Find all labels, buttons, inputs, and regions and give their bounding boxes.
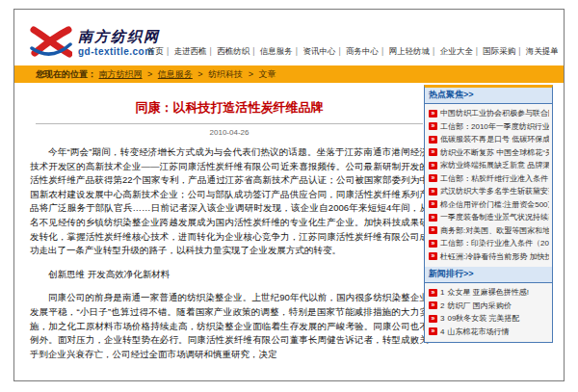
nav-separator: | [476,46,478,56]
hot-focus-item-text: 纺织业不断复苏 中国全球棉花“买主... [440,147,549,158]
news-rank-list: »1众女星 亚麻裸色拼性感! »2纺织厂 国内采购价 »309秋冬女装 完美搭配… [425,283,552,342]
nav-separator: | [518,46,520,56]
hot-focus-item[interactable]: »工信部：2010年一季度纺织行业运... [429,120,549,134]
hot-focus-item-text: 家纺业终端拓展缺乏新意 品牌渠道加... [440,160,549,170]
double-arrow-icon: » [429,162,437,170]
breadcrumb-separator: > [249,69,253,79]
double-arrow-icon: » [429,110,437,118]
sidebar: 热点聚焦>> »中国纺织工业协会积极参与联合国全球... »工信部：2010年一… [424,85,553,343]
hot-focus-item[interactable]: »杜钰洲:冷静看待当前形势 加快技术... [429,250,549,264]
news-rank-item[interactable]: »2纺织厂 国内采购价 [429,300,549,313]
hot-focus-header[interactable]: 热点聚焦>> [425,88,552,104]
top-navigation: 首页| 走进西樵| 西樵纺织| 信息服务| 资讯中心| 商务中心| 网上轻纺城|… [147,46,558,58]
hot-focus-item-text: 武汉纺织大学多名学生斩获黛安芬国际... [440,186,549,196]
article-title: 同康：以科技打造活性炭纤维品牌 [30,99,429,117]
article-subheading: 创新思维 开发高效净化新材料 [30,268,429,282]
article-paragraph-2: 同康公司的前身是南通一家普通的纺织染整企业。上世纪90年代以前，国内很多纺织染整… [30,291,429,361]
nav-item-intl-purchase[interactable]: 国际采购 [483,46,515,56]
hot-focus-item[interactable]: »商务部:对美国、欧盟等国家和地区的... [429,224,549,238]
double-arrow-icon: » [429,214,437,222]
double-arrow-icon: » [429,315,437,323]
breadcrumb-separator: > [147,69,152,79]
logo-swoosh-icon [30,25,72,60]
nav-separator: | [433,46,434,56]
article: 同康：以科技打造活性炭纤维品牌 2010-04-26 今年“两会”期间，转变经济… [30,91,429,371]
double-arrow-icon: » [429,252,437,260]
rank-number: 2 [440,301,444,310]
hot-focus-item-text: 商务部:对美国、欧盟等国家和地区的... [440,225,549,236]
nav-separator: | [252,46,254,56]
nav-item-business-center[interactable]: 商务中心 [346,46,379,56]
news-rank-header[interactable]: 新闻排行>> [425,267,552,283]
hot-focus-item[interactable]: »棉企信用评价门槛:注册资金500万... [429,198,549,212]
rank-number: 1 [440,288,444,297]
title-divider [36,123,423,124]
hot-focus-item-text: 工信部：粘胶纤维行业准入条件 [440,173,548,184]
hot-focus-list: »中国纺织工业协会积极参与联合国全球... »工信部：2010年一季度纺织行业运… [425,104,552,267]
news-rank-item[interactable]: »1众女星 亚麻裸色拼性感! [429,286,549,300]
double-arrow-icon: » [429,289,437,297]
news-rank-item-text: 09秋冬女装 完美搭配 [447,313,519,324]
breadcrumb-channel: 纺织科技 [208,69,243,79]
nav-separator: | [296,46,298,56]
article-paragraph-1: 今年“两会”期间，转变经济增长方式成为与会代表们热议的话题。坐落于江苏南通市港闸… [30,145,429,258]
hot-focus-item[interactable]: »工信部：印染行业准入条件（2010... [429,237,549,250]
nav-item-online-mall[interactable]: 网上轻纺城 [389,46,431,56]
page-frame: 南方纺织网 gd-textitle.com 首页| 走进西樵| 西樵纺织| 信息… [13,9,565,381]
news-rank-item-text: 山东棉花市场行情 [447,327,509,337]
hot-focus-item[interactable]: »低碳服装不再是口号 低碳环保成为全... [429,133,549,146]
news-rank-item[interactable]: »309秋冬女装 完美搭配 [429,312,549,326]
rank-number: 3 [440,314,444,323]
article-date: 2010-04-26 [30,128,429,137]
nav-item-xiqiao-textile[interactable]: 西樵纺织 [217,46,250,56]
hot-focus-item[interactable]: »中国纺织工业协会积极参与联合国全球... [429,107,549,120]
hot-focus-item-text: 工信部：印染行业准入条件（2010... [440,238,549,248]
hot-focus-item[interactable]: »武汉纺织大学多名学生斩获黛安芬国际... [429,185,549,198]
breadcrumb-label: 您现在的位置： [36,69,96,79]
nav-separator: | [167,46,169,56]
nav-separator: | [210,46,212,56]
hot-focus-item-text: 低碳服装不再是口号 低碳环保成为全... [440,134,549,144]
double-arrow-icon: » [429,122,437,130]
hot-focus-item-text: 杜钰洲:冷静看待当前形势 加快技术... [440,251,549,262]
breadcrumb-home-link[interactable]: 南方纺织网 [99,69,143,79]
hot-focus-item[interactable]: »工信部：粘胶纤维行业准入条件 [429,172,549,186]
news-rank-item-text: 纺织厂 国内采购价 [447,301,511,311]
hot-focus-item-text: 工信部：2010年一季度纺织行业运... [440,121,549,132]
nav-item-news-center[interactable]: 资讯中心 [302,46,335,56]
double-arrow-icon: » [429,188,437,196]
hot-focus-item-text: 棉企信用评价门槛:注册资金500万... [440,199,549,210]
nav-item-about-xiqiao[interactable]: 走进西樵 [174,46,207,56]
hot-focus-item[interactable]: »一季度装备制造业景气状况持续改善 [429,211,549,224]
nav-item-customs[interactable]: 海关提单 [526,46,558,56]
nav-item-home[interactable]: 首页 [147,46,164,56]
double-arrow-icon: » [429,200,437,208]
site-name: 南方纺织网 [78,28,160,46]
breadcrumb-section-link[interactable]: 信息服务 [158,69,193,79]
double-arrow-icon: » [429,327,437,335]
nav-item-enterprise-directory[interactable]: 企业大全 [440,46,473,56]
double-arrow-icon: » [429,226,437,234]
breadcrumb-page: 文章 [258,69,276,79]
hot-focus-item[interactable]: »纺织业不断复苏 中国全球棉花“买主... [429,146,549,160]
double-arrow-icon: » [429,240,437,248]
double-arrow-icon: » [429,148,437,156]
hot-focus-item[interactable]: »家纺业终端拓展缺乏新意 品牌渠道加... [429,159,549,172]
news-rank-item[interactable]: »4山东棉花市场行情 [429,326,549,339]
article-body: 今年“两会”期间，转变经济增长方式成为与会代表们热议的话题。坐落于江苏南通市港闸… [30,145,429,361]
double-arrow-icon: » [429,301,437,309]
nav-separator: | [338,46,340,56]
double-arrow-icon: » [429,174,437,182]
news-rank-item-text: 众女星 亚麻裸色拼性感! [447,287,528,298]
hot-focus-item-text: 一季度装备制造业景气状况持续改善 [440,212,549,222]
rank-number: 4 [440,327,444,336]
nav-separator: | [381,46,383,56]
breadcrumb: 您现在的位置： 南方纺织网 > 信息服务 > 纺织科技 > 文章 [14,65,564,83]
site-logo[interactable]: 南方纺织网 gd-textitle.com [30,25,160,60]
hot-focus-item-text: 中国纺织工业协会积极参与联合国全球... [440,108,549,118]
breadcrumb-separator: > [197,69,202,79]
double-arrow-icon: » [429,136,437,144]
nav-item-info-service[interactable]: 信息服务 [260,46,293,56]
